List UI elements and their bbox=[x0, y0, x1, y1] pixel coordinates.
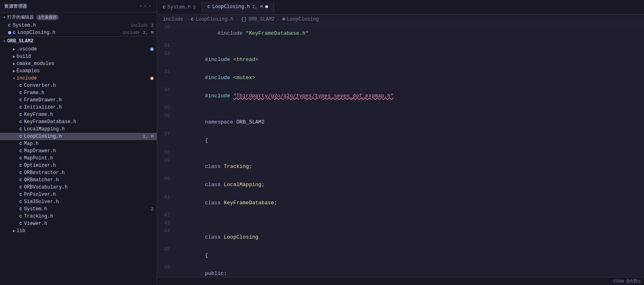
breadcrumb-orbslam2[interactable]: ORB_SLAM2 bbox=[248, 17, 274, 22]
open-editor-system-h-label: include bbox=[131, 23, 147, 28]
open-editors-header[interactable]: ▾ 打开的编辑器 1个未保存 bbox=[0, 13, 157, 22]
code-line-46: 46 public: bbox=[157, 264, 644, 277]
tracking-icon: C bbox=[19, 214, 22, 219]
include-chevron: ▾ bbox=[13, 76, 15, 81]
c-file-icon-loop: C bbox=[13, 30, 16, 35]
code-line-37: 37 { bbox=[157, 131, 644, 149]
sidebar-more-button[interactable]: ··· bbox=[139, 2, 153, 10]
orbextractor-icon: C bbox=[19, 170, 22, 175]
vscode-modified-dot bbox=[150, 48, 154, 51]
line-content-44: class LoopClosing bbox=[177, 228, 644, 246]
c-file-icon: C bbox=[8, 23, 11, 28]
converter-icon: C bbox=[19, 83, 22, 88]
framedrawer-icon: C bbox=[19, 98, 22, 103]
optimizer-label: Optimizer.h bbox=[24, 163, 56, 168]
tree-item-examples[interactable]: ▶ Examples bbox=[0, 67, 157, 75]
line-num-43: 43 bbox=[157, 220, 177, 226]
localmapping-label: LocalMapping.h bbox=[24, 126, 65, 132]
tree-item-optimizer[interactable]: C Optimizer.h bbox=[0, 162, 157, 169]
code-line-33: 33 #include <mutex> bbox=[157, 69, 644, 87]
open-editor-loopclosing-h[interactable]: C LoopClosing.h include 2, M bbox=[0, 29, 157, 36]
tree-item-viewer[interactable]: C Viewer.h bbox=[0, 220, 157, 227]
tree-item-sim3solver[interactable]: C Sim3Solver.h bbox=[0, 198, 157, 205]
tree-item-tracking[interactable]: C Tracking.h bbox=[0, 213, 157, 220]
line-num-34: 34 bbox=[157, 87, 177, 93]
line-num-40: 40 bbox=[157, 176, 177, 182]
optimizer-icon: C bbox=[19, 163, 22, 168]
mappoint-label: MapPoint.h bbox=[24, 155, 53, 161]
code-line-44: 44 class LoopClosing bbox=[157, 228, 644, 246]
tree-item-loopclosing[interactable]: C LoopClosing.h 2, M bbox=[0, 133, 157, 140]
code-line-31: 31 bbox=[157, 42, 644, 50]
tree-item-keyframe[interactable]: C KeyFrame.h bbox=[0, 111, 157, 118]
tree-item-pnpsolver[interactable]: C PnPsolver.h bbox=[0, 191, 157, 198]
lib-label: lib bbox=[17, 228, 25, 234]
localmapping-icon: C bbox=[19, 127, 22, 132]
code-line-45: 45 { bbox=[157, 246, 644, 264]
open-editor-system-h[interactable]: C System.h include 2 bbox=[0, 22, 157, 29]
tab-system-h[interactable]: C System.h 2 bbox=[157, 2, 202, 13]
tree-item-framedrawer[interactable]: C FrameDrawer.h bbox=[0, 96, 157, 104]
tree-item-mappoint[interactable]: C MapPoint.h bbox=[0, 155, 157, 162]
line-num-45: 45 bbox=[157, 246, 177, 252]
tree-item-orbextractor[interactable]: C ORBextractor.h bbox=[0, 169, 157, 176]
status-bar: CSDN @大胜s bbox=[157, 277, 644, 285]
keyframedb-icon: C bbox=[19, 119, 22, 124]
sim3solver-label: Sim3Solver.h bbox=[24, 199, 59, 205]
code-editor[interactable]: 30 #include "KeyFrameDatabase.h" 31 32 #… bbox=[157, 24, 644, 277]
tree-item-keyframedb[interactable]: C KeyFrameDatabase.h bbox=[0, 118, 157, 126]
sidebar-title-text: 资源管理器 bbox=[4, 3, 27, 9]
line-num-41: 41 bbox=[157, 194, 177, 200]
tree-root-header[interactable]: ▾ ORB_SLAM2 bbox=[0, 37, 157, 46]
tree-item-include[interactable]: ▾ include bbox=[0, 75, 157, 82]
tree-item-localmapping[interactable]: C LocalMapping.h bbox=[0, 126, 157, 133]
mapdrawer-label: MapDrawer.h bbox=[24, 148, 56, 154]
include-label: include bbox=[17, 75, 37, 81]
initializer-icon: C bbox=[19, 105, 22, 110]
sidebar: 资源管理器 ··· ▾ 打开的编辑器 1个未保存 C System.h incl… bbox=[0, 0, 157, 285]
code-line-40: 40 class LocalMapping; bbox=[157, 176, 644, 194]
loopclosing-label: LoopClosing.h bbox=[24, 134, 143, 139]
breadcrumb-include[interactable]: include bbox=[163, 17, 183, 22]
line-content-45: { bbox=[177, 246, 644, 264]
tree-root-label: ORB_SLAM2 bbox=[7, 38, 33, 44]
tree-item-converter[interactable]: C Converter.h bbox=[0, 82, 157, 89]
tree-item-mapdrawer[interactable]: C MapDrawer.h bbox=[0, 147, 157, 155]
tab-loopclosing-num: 2, M bbox=[252, 4, 263, 9]
open-editors-chevron: ▾ bbox=[3, 15, 6, 20]
line-content-43 bbox=[177, 220, 644, 226]
code-line-43: 43 bbox=[157, 220, 644, 228]
tree-item-build[interactable]: ▶ build bbox=[0, 53, 157, 60]
build-label: build bbox=[17, 54, 31, 59]
system-badge: 2 bbox=[151, 207, 154, 212]
tree-item-vscode[interactable]: ▶ .vscode bbox=[0, 46, 157, 53]
tab-loopclosing-modified-dot bbox=[265, 5, 268, 8]
statusbar-text: CSDN @大胜s bbox=[613, 278, 641, 284]
code-line-42: 42 bbox=[157, 212, 644, 220]
loopclosing-badge: 2, M bbox=[143, 134, 154, 139]
tree-item-initializer[interactable]: C Initializer.h bbox=[0, 104, 157, 111]
tree-item-system[interactable]: C System.h 2 bbox=[0, 205, 157, 213]
tab-loopclosing-h[interactable]: C LoopClosing.h 2, M bbox=[202, 2, 274, 13]
tree-item-orbvocabulary[interactable]: C ORBVocabulary.h bbox=[0, 184, 157, 191]
tree-item-map[interactable]: C Map.h bbox=[0, 140, 157, 147]
tracking-label: Tracking.h bbox=[24, 214, 53, 219]
line-content-30: #include "KeyFrameDatabase.h" bbox=[177, 24, 644, 42]
tree-item-lib[interactable]: ▶ lib bbox=[0, 227, 157, 235]
breadcrumb-loopclosing-class-icon: ⊕ bbox=[282, 16, 285, 22]
tree-root-chevron: ▾ bbox=[3, 39, 6, 44]
mapdrawer-icon: C bbox=[19, 149, 22, 153]
tree-item-cmake[interactable]: ▶ cmake_modules bbox=[0, 60, 157, 67]
tree-item-frame[interactable]: C Frame.h bbox=[0, 89, 157, 96]
breadcrumb-loopclosing[interactable]: LoopClosing.h bbox=[195, 17, 233, 22]
build-chevron: ▶ bbox=[13, 54, 15, 59]
line-content-31 bbox=[177, 42, 644, 48]
tree-item-orbmatcher[interactable]: C ORBmatcher.h bbox=[0, 176, 157, 184]
open-editors-badge: 1个未保存 bbox=[36, 15, 59, 20]
breadcrumb: include › C LoopClosing.h › {} ORB_SLAM2… bbox=[157, 15, 644, 24]
breadcrumb-loopclosing-class[interactable]: LoopClosing bbox=[287, 17, 319, 22]
code-line-41: 41 class KeyFrameDatabase; bbox=[157, 194, 644, 212]
include-modified-dot bbox=[150, 77, 154, 80]
line-num-32: 32 bbox=[157, 50, 177, 57]
breadcrumb-ns-icon: {} bbox=[241, 17, 247, 22]
